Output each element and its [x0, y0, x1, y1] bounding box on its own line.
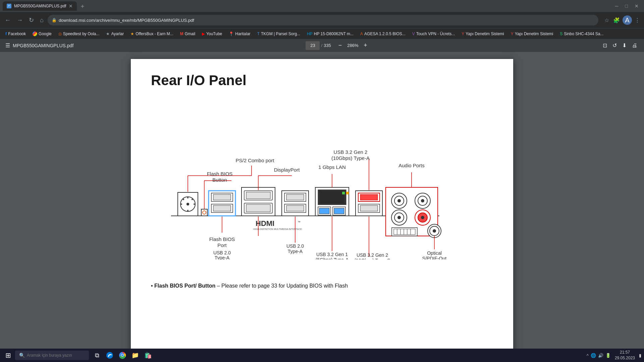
bookmark-gmail[interactable]: M Gmail — [177, 31, 198, 37]
start-button[interactable]: ⊞ — [3, 350, 14, 361]
svg-point-106 — [121, 354, 123, 356]
download-button[interactable]: ⬇ — [621, 41, 628, 50]
taskbar-search-box[interactable]: 🔍 — [15, 351, 89, 360]
svg-point-7 — [194, 203, 195, 205]
bookmark-label: HP 15-D80062NT m... — [314, 32, 354, 36]
svg-point-6 — [181, 203, 182, 205]
svg-point-9 — [192, 199, 193, 200]
taskbar-clock[interactable]: 21:57 29.05.2023 — [615, 350, 635, 361]
svg-text:Port: Port — [217, 242, 227, 248]
bookmark-speedtest[interactable]: ◎ Speedtest by Oola... — [56, 31, 102, 37]
bookmark-youtube[interactable]: ▶ download.msi.com/archive/mnu_exe/mb/MP… — [199, 31, 225, 37]
title-bar: P MPGB550GAMINGPLUS.pdf ✕ ＋ ─ □ ✕ — [0, 0, 644, 12]
forward-button[interactable]: → — [15, 15, 25, 25]
svg-text:USB 2.0: USB 2.0 — [213, 250, 231, 255]
bottom-text: • Flash BIOS Port/ Button – Please refer… — [151, 283, 493, 289]
taskbar-app-store[interactable]: 🛍️ — [143, 350, 153, 361]
sinbo-icon: S — [560, 32, 562, 36]
bookmark-agesa[interactable]: A AGESA 1.2.0.5 BIOS... — [358, 31, 408, 37]
svg-text:Flash BIOS: Flash BIOS — [207, 171, 233, 177]
svg-rect-27 — [286, 194, 304, 200]
bookmark-tkgm[interactable]: T TKGM | Parsel Sorg... — [255, 31, 303, 37]
tab-close-button[interactable]: ✕ — [69, 3, 73, 9]
taskbar-app-edge[interactable] — [104, 350, 115, 361]
bookmark-label: Speedtest by Oola... — [63, 32, 100, 36]
gmail-icon: M — [180, 32, 183, 36]
bookmark-sinbo[interactable]: S Sinbo SHC-4344 Sa... — [557, 31, 606, 37]
svg-text:Type-A: Type-A — [215, 255, 230, 259]
extensions-icon[interactable]: 🧩 — [612, 16, 621, 25]
show-desktop-button[interactable]: ▮ — [639, 353, 641, 358]
svg-text:HIGH-DEFINITION MULTIMEDIA INT: HIGH-DEFINITION MULTIMEDIA INTERFACE — [253, 228, 302, 230]
back-button[interactable]: ← — [3, 15, 13, 25]
tab-title: MPGB550GAMINGPLUS.pdf — [14, 4, 66, 8]
svg-rect-32 — [320, 191, 344, 203]
tray-network-icon[interactable]: 🌐 — [591, 353, 596, 358]
taskbar-right: ^ 🌐 🔊 🔋 21:57 29.05.2023 ▮ — [587, 350, 641, 361]
bookmark-hp[interactable]: HP HP 15-D80062NT m... — [304, 31, 356, 37]
maximize-btn[interactable]: □ — [623, 3, 631, 9]
bookmark-ayarlar[interactable]: ★ Ayarlar — [103, 31, 126, 37]
svg-text:1 Gbps LAN: 1 Gbps LAN — [318, 164, 346, 170]
tkgm-icon: T — [257, 32, 260, 36]
bookmark-haritalar[interactable]: 📍 Haritalar — [226, 31, 253, 37]
svg-text:™: ™ — [298, 221, 301, 224]
zoom-controls: − 286% + — [336, 41, 369, 50]
bookmark-google[interactable]: Google — [30, 31, 54, 37]
new-tab-button[interactable]: ＋ — [77, 2, 88, 10]
bookmark-yapi2[interactable]: Y Yapı Denetim Sistemi — [508, 31, 556, 37]
fit-page-button[interactable]: ⊡ — [601, 41, 608, 50]
bookmark-label: Sinbo SHC-4344 Sa... — [564, 32, 603, 36]
bookmark-label: Haritalar — [235, 32, 250, 36]
close-btn[interactable]: ✕ — [632, 3, 641, 9]
svg-point-8 — [183, 199, 184, 200]
svg-text:DisplayPort: DisplayPort — [274, 167, 300, 173]
hamburger-icon[interactable]: ☰ — [5, 42, 10, 49]
svg-point-56 — [421, 216, 424, 219]
io-diagram: HDMI HIGH-DEFINITION MULTIMEDIA INTERFAC… — [151, 102, 493, 276]
svg-point-11 — [203, 211, 206, 214]
taskbar-app-chrome[interactable] — [117, 350, 128, 361]
print-button[interactable]: 🖨 — [631, 41, 639, 50]
svg-point-5 — [187, 210, 189, 211]
yapi1-icon: Y — [462, 32, 464, 36]
reload-button[interactable]: ↻ — [27, 15, 36, 25]
home-button[interactable]: ⌂ — [38, 15, 46, 25]
svg-point-53 — [397, 216, 401, 219]
star-icon[interactable]: ☆ — [603, 16, 610, 25]
bookmark-yapi1[interactable]: Y Yapı Denetim Sistemi — [459, 31, 507, 37]
taskbar-app-taskview[interactable]: ⧉ — [92, 350, 102, 361]
bookmark-facebook[interactable]: f Facebook — [3, 31, 29, 37]
tray-show-hidden[interactable]: ^ — [587, 353, 589, 358]
youtube-label: YouTube — [206, 32, 222, 36]
minimize-btn[interactable]: ─ — [612, 3, 621, 9]
svg-text:(10Gbps) Type-A: (10Gbps) Type-A — [331, 155, 370, 161]
svg-rect-21 — [246, 204, 270, 212]
address-bar[interactable]: 🔒 download.msi.com/archive/mnu_exe/mb/MP… — [48, 15, 598, 25]
pdf-toolbar-right: ⊡ ↺ ⬇ 🖨 — [601, 41, 639, 50]
bookmark-touchvpn[interactable]: V Touch VPN - Ücrets... — [410, 31, 458, 37]
svg-text:Optical: Optical — [427, 250, 442, 256]
svg-rect-33 — [342, 192, 345, 194]
page-number-input[interactable] — [306, 41, 320, 50]
pdf-content-area: Rear I/O Panel — [0, 52, 644, 362]
taskbar-app-explorer[interactable]: 📁 — [130, 350, 141, 361]
profile-icon[interactable]: A — [623, 15, 632, 25]
zoom-out-button[interactable]: − — [336, 41, 344, 50]
taskbar-apps: ⧉ 📁 🛍️ — [92, 350, 153, 361]
svg-text:USB 3.2 Gen 2: USB 3.2 Gen 2 — [357, 252, 388, 258]
pdf-toolbar: ☰ MPGB550GAMINGPLUS.pdf / 335 − 286% + ⊡… — [0, 39, 644, 52]
browser-tab[interactable]: P MPGB550GAMINGPLUS.pdf ✕ — [3, 1, 77, 11]
rotate-button[interactable]: ↺ — [611, 41, 618, 50]
bookmark-label: Touch VPN - Ücrets... — [416, 32, 455, 36]
svg-text:S/PDIF-Out: S/PDIF-Out — [422, 256, 446, 259]
tray-battery-icon[interactable]: 🔋 — [605, 353, 611, 358]
svg-point-47 — [397, 199, 401, 202]
more-options-icon[interactable]: ⋮ — [633, 16, 641, 25]
bookmark-label: AGESA 1.2.0.5 BIOS... — [364, 32, 406, 36]
bookmark-offersbux[interactable]: ★ OffersBux - Earn M... — [128, 31, 176, 37]
zoom-in-button[interactable]: + — [362, 41, 369, 50]
tray-volume-icon[interactable]: 🔊 — [598, 353, 603, 358]
taskbar-search-input[interactable] — [27, 353, 80, 358]
bookmark-label: Gmail — [185, 32, 195, 36]
